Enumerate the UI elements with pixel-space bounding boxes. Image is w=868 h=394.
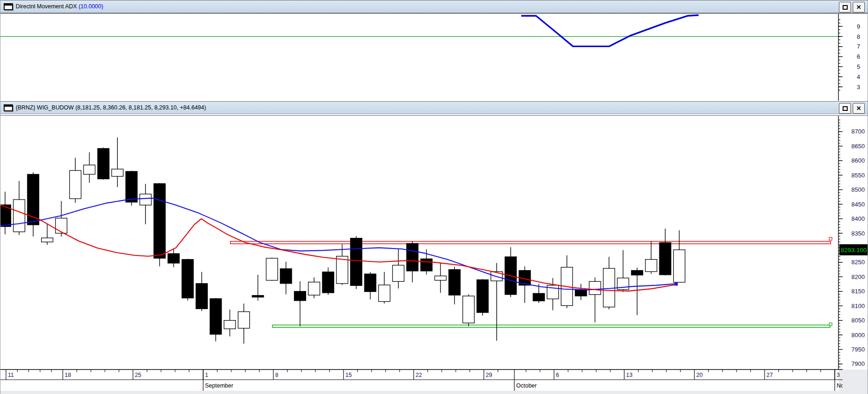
- svg-text:13: 13: [626, 372, 633, 378]
- candle-body-down: [252, 296, 264, 297]
- candle-body-up: [589, 281, 601, 294]
- trendline-handle[interactable]: [829, 323, 832, 326]
- svg-text:7: 7: [857, 43, 860, 50]
- svg-text:6: 6: [556, 372, 559, 378]
- maximize-icon: [843, 106, 848, 111]
- month-label: October: [516, 382, 536, 389]
- candle-body-up: [308, 282, 320, 295]
- candle-body-up: [463, 296, 474, 323]
- maximize-button[interactable]: [839, 103, 851, 114]
- svg-text:8000: 8000: [851, 332, 865, 339]
- trendline-handle[interactable]: [829, 237, 832, 240]
- candle-body-down: [449, 270, 460, 295]
- svg-text:7950: 7950: [851, 346, 865, 353]
- candle-body-down: [407, 243, 418, 271]
- candle-body-down: [350, 238, 362, 285]
- candle-body-down: [477, 280, 488, 313]
- svg-text:15: 15: [345, 372, 352, 378]
- candle-body-up: [70, 170, 81, 199]
- svg-text:1: 1: [205, 372, 208, 378]
- svg-text:4: 4: [857, 73, 860, 80]
- candle-body-down: [322, 272, 334, 293]
- svg-text:5: 5: [857, 63, 860, 70]
- svg-text:3: 3: [857, 84, 860, 91]
- candle-body-down: [168, 254, 180, 263]
- svg-text:8500: 8500: [851, 186, 865, 193]
- adx-indicator-chart[interactable]: 9876543: [0, 13, 868, 101]
- svg-text:3: 3: [837, 372, 840, 378]
- svg-text:8650: 8650: [851, 143, 865, 150]
- maximize-button[interactable]: [839, 2, 851, 12]
- candle-body-up: [337, 256, 348, 284]
- svg-text:8200: 8200: [851, 273, 865, 280]
- resistance-trendline[interactable]: [230, 242, 831, 244]
- svg-text:8350: 8350: [851, 230, 865, 237]
- candle-body-up: [392, 265, 404, 281]
- svg-text:8700: 8700: [851, 128, 865, 135]
- candle-body-up: [266, 258, 277, 280]
- indicator-window-titlebar[interactable]: Directnl Movement ADX (10.0000) ✕: [0, 0, 868, 13]
- candle-body-down: [97, 148, 109, 179]
- candle-body-up: [238, 312, 250, 328]
- candle-body-down: [294, 291, 306, 301]
- svg-text:20: 20: [696, 372, 703, 378]
- candle-body-down: [575, 290, 587, 296]
- candlestick-chart[interactable]: 8700865086008550850084508400835082508200…: [0, 115, 868, 394]
- svg-text:11: 11: [8, 372, 14, 378]
- svg-text:8400: 8400: [851, 215, 865, 222]
- bottom-strip: [0, 391, 868, 394]
- candle-body-up: [13, 200, 25, 232]
- svg-text:8600: 8600: [851, 157, 865, 164]
- indicator-title-value: (10.0000): [78, 3, 103, 10]
- month-label: September: [205, 382, 233, 389]
- candle-body-down: [631, 270, 643, 275]
- candle-body-down: [280, 269, 292, 284]
- price-window-titlebar[interactable]: {BRNZ} WIG_BUDOW (8,181.25, 8,360.26, 8,…: [0, 101, 868, 114]
- svg-text:29: 29: [486, 372, 492, 378]
- candle-body-down: [659, 242, 671, 275]
- svg-text:8100: 8100: [851, 303, 865, 309]
- svg-text:6: 6: [857, 53, 860, 60]
- svg-text:9: 9: [857, 23, 860, 30]
- candle-body-down: [421, 259, 432, 271]
- svg-text:27: 27: [766, 372, 773, 378]
- svg-text:8250: 8250: [851, 259, 865, 266]
- window-restore-icon[interactable]: [4, 3, 13, 10]
- close-icon: ✕: [856, 105, 862, 112]
- svg-text:8550: 8550: [851, 172, 865, 179]
- candle-body-up: [645, 260, 657, 272]
- indicator-title-label: Directnl Movement ADX: [16, 3, 77, 10]
- indicator-window-title: Directnl Movement ADX (10.0000): [16, 3, 103, 10]
- svg-text:8450: 8450: [851, 201, 865, 208]
- svg-text:25: 25: [135, 372, 141, 378]
- candle-body-up: [55, 218, 67, 233]
- svg-text:22: 22: [416, 372, 422, 378]
- window-restore-icon[interactable]: [4, 104, 13, 111]
- svg-text:8: 8: [857, 33, 860, 40]
- candle-body-down: [533, 293, 544, 301]
- close-button[interactable]: ✕: [853, 2, 865, 12]
- metastock-workspace: Directnl Movement ADX (10.0000) ✕ 987654…: [0, 0, 868, 394]
- candle-body-up: [112, 169, 123, 176]
- price-window-title: {BRNZ} WIG_BUDOW (8,181.25, 8,360.26, 8,…: [16, 104, 206, 111]
- candle-body-up: [42, 238, 53, 242]
- axis-corner: [839, 370, 868, 394]
- svg-text:7900: 7900: [851, 360, 865, 367]
- candle-body-down: [182, 260, 193, 298]
- last-price-tag-text: 8293.100: [841, 247, 867, 254]
- candle-body-down: [154, 183, 165, 258]
- adx-panel-bg: [0, 13, 868, 101]
- close-button[interactable]: ✕: [853, 103, 865, 114]
- candle-body-up: [84, 165, 95, 174]
- close-icon: ✕: [856, 4, 862, 11]
- candle-body-up: [224, 321, 235, 329]
- candle-body-up: [140, 194, 151, 205]
- svg-text:8050: 8050: [851, 317, 865, 324]
- support-trendline[interactable]: [272, 325, 830, 327]
- candle-body-down: [364, 274, 376, 291]
- price-title-label: {BRNZ} WIG_BUDOW (8,181.25, 8,360.26, 8,…: [16, 104, 206, 111]
- candle-body-down: [210, 298, 222, 334]
- svg-text:8150: 8150: [851, 288, 865, 295]
- maximize-icon: [843, 5, 848, 10]
- candle-body-down: [126, 171, 137, 202]
